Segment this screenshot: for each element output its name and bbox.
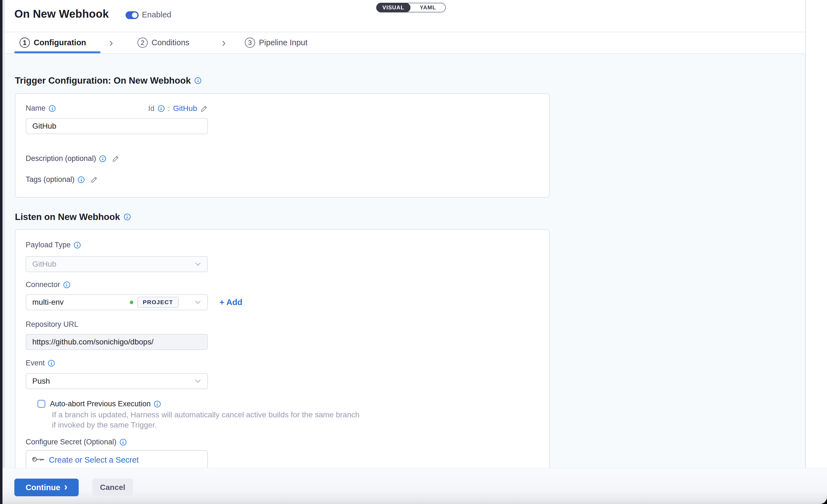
step-number-badge: 1 xyxy=(19,38,30,48)
wizard-step-bar: 1 Configuration › 2 Conditions › 3 Pipel… xyxy=(5,32,805,54)
connector-scope-badge: PROJECT xyxy=(137,297,179,308)
chevron-down-icon xyxy=(195,300,201,304)
payload-type-label: Payload Type xyxy=(26,241,71,249)
connector-label-row: Connector xyxy=(26,281,70,289)
chevron-down-icon xyxy=(195,262,201,266)
step-separator-icon: › xyxy=(222,36,226,49)
id-row: Id : GitHub xyxy=(148,104,208,113)
description-label: Description (optional) xyxy=(26,154,96,163)
repository-url-value: https://github.com/sonichigo/dbops/ xyxy=(32,338,153,346)
name-input-value: GitHub xyxy=(32,122,56,131)
tab-conditions[interactable]: 2 Conditions xyxy=(138,38,189,48)
payload-type-value: GitHub xyxy=(32,260,56,268)
info-icon[interactable] xyxy=(49,105,55,112)
event-value: Push xyxy=(32,377,50,386)
tags-label: Tags (optional) xyxy=(26,175,75,184)
id-colon: : xyxy=(168,104,170,113)
key-icon xyxy=(32,455,44,463)
id-value: GitHub xyxy=(173,104,197,113)
tags-row: Tags (optional) xyxy=(26,175,98,184)
window-left-gutter xyxy=(2,0,5,468)
auto-abort-checkbox[interactable] xyxy=(38,400,45,408)
create-or-select-secret-link[interactable]: Create or Select a Secret xyxy=(49,455,139,464)
info-icon[interactable] xyxy=(63,282,70,288)
section-heading: Listen on New Webhook xyxy=(15,212,120,222)
chevron-down-icon xyxy=(195,379,201,383)
info-icon[interactable] xyxy=(195,77,201,84)
info-icon[interactable] xyxy=(124,214,131,220)
info-icon[interactable] xyxy=(120,439,127,446)
repository-url-label-row: Repository URL xyxy=(26,320,79,329)
info-icon[interactable] xyxy=(74,242,81,248)
configure-secret-label: Configure Secret (Optional) xyxy=(26,438,116,446)
connector-select[interactable]: multi-env PROJECT xyxy=(26,294,208,310)
cancel-button-label: Cancel xyxy=(100,483,125,492)
continue-button-label: Continue xyxy=(26,483,60,492)
info-icon[interactable] xyxy=(99,155,106,162)
step-label: Configuration xyxy=(34,38,86,47)
description-row: Description (optional) xyxy=(26,154,119,163)
connector-value: multi-env xyxy=(32,298,130,307)
window-left-edge xyxy=(0,0,2,504)
tab-visual[interactable]: VISUAL xyxy=(376,3,410,12)
trigger-wizard-page: On New Webhook Enabled VISUAL YAML 1 Con… xyxy=(0,0,827,504)
auto-abort-label-row: Auto-abort Previous Execution xyxy=(50,400,161,408)
connector-status-dot xyxy=(130,301,133,304)
payload-type-select[interactable]: GitHub xyxy=(26,256,208,272)
id-label: Id xyxy=(148,104,155,113)
edit-id-pencil-icon[interactable] xyxy=(200,105,208,112)
configure-secret-label-row: Configure Secret (Optional) xyxy=(26,438,127,446)
tab-configuration[interactable]: 1 Configuration xyxy=(19,38,86,48)
right-panel-divider xyxy=(805,0,806,468)
continue-button[interactable]: Continue › xyxy=(14,478,79,496)
info-icon[interactable] xyxy=(154,401,161,407)
add-connector-button[interactable]: + Add xyxy=(220,298,242,307)
footer-action-bar: Continue › Cancel xyxy=(2,468,827,504)
event-label: Event xyxy=(26,359,45,367)
name-input[interactable]: GitHub xyxy=(26,118,208,134)
step-separator-icon: › xyxy=(109,36,113,49)
payload-type-label-row: Payload Type xyxy=(26,241,81,249)
enabled-toggle[interactable] xyxy=(126,11,139,19)
info-icon[interactable] xyxy=(78,177,85,183)
step-label: Pipeline Input xyxy=(259,38,307,47)
listen-heading-row: Listen on New Webhook xyxy=(15,212,131,222)
repository-url-label: Repository URL xyxy=(26,320,79,329)
name-label-row: Name xyxy=(26,104,55,113)
connector-label: Connector xyxy=(26,281,60,289)
edit-tags-pencil-icon[interactable] xyxy=(91,176,98,183)
step-number-badge: 3 xyxy=(245,38,255,48)
chevron-right-icon: › xyxy=(64,482,67,492)
step-number-badge: 2 xyxy=(138,38,148,48)
page-title: On New Webhook xyxy=(14,8,109,20)
secret-picker[interactable]: Create or Select a Secret xyxy=(26,450,208,468)
repository-url-input[interactable]: https://github.com/sonichigo/dbops/ xyxy=(26,334,208,350)
info-icon[interactable] xyxy=(158,105,164,112)
tab-pipeline-input[interactable]: 3 Pipeline Input xyxy=(245,38,307,48)
enabled-toggle-label: Enabled xyxy=(142,10,171,19)
auto-abort-label: Auto-abort Previous Execution xyxy=(50,400,151,408)
tab-yaml[interactable]: YAML xyxy=(410,3,445,12)
auto-abort-help-line1: If a branch is updated, Harness will aut… xyxy=(52,410,359,419)
form-content: Trigger Configuration: On New Webhook Na… xyxy=(5,54,805,468)
trigger-config-heading-row: Trigger Configuration: On New Webhook xyxy=(15,75,201,86)
section-heading: Trigger Configuration: On New Webhook xyxy=(15,75,191,86)
edit-description-pencil-icon[interactable] xyxy=(112,155,119,162)
info-icon[interactable] xyxy=(48,360,55,366)
name-label: Name xyxy=(26,104,46,113)
auto-abort-help-line2: if invoked by the same Trigger. xyxy=(52,421,157,430)
toggle-knob xyxy=(132,12,138,18)
visual-yaml-toggle: VISUAL YAML xyxy=(376,3,446,12)
event-select[interactable]: Push xyxy=(26,373,208,389)
step-label: Conditions xyxy=(152,38,189,47)
cancel-button[interactable]: Cancel xyxy=(92,478,133,496)
event-label-row: Event xyxy=(26,359,55,367)
active-tab-underline xyxy=(14,51,100,53)
